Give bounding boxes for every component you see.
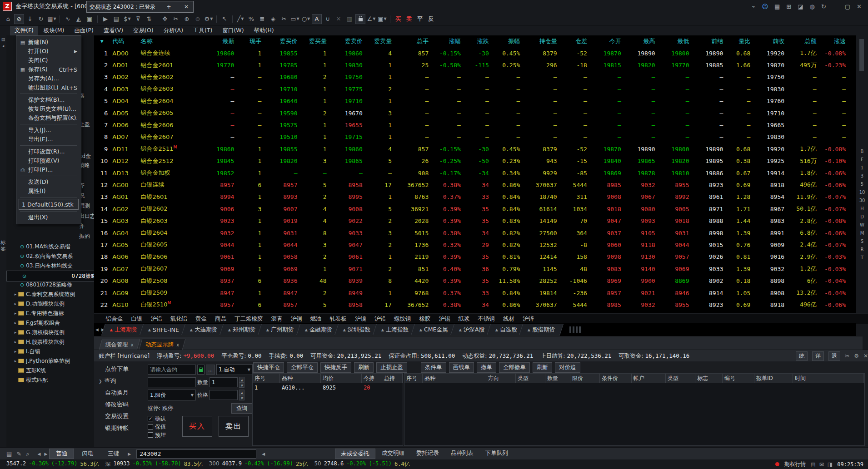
flat-shortcut-button[interactable]: 平	[415, 14, 425, 24]
web-icon[interactable]: ◍	[810, 3, 815, 10]
menu-item[interactable]: 保护文档(B)...	[16, 95, 81, 104]
column-header-sort[interactable]: ▼	[94, 35, 110, 47]
exchange-tab[interactable]: ▲SHFE-INE	[140, 324, 188, 336]
layout-button[interactable]: ▦▼	[47, 14, 57, 24]
menu-item[interactable]: 输出图形(L)Alt+S	[16, 83, 81, 92]
export-button[interactable]: ↓	[25, 14, 35, 24]
menu-item-recent-file[interactable]: 1 Default(150).stk	[19, 199, 79, 210]
account-退-button[interactable]: 退	[828, 351, 840, 361]
sector-item[interactable]: 沪镍	[355, 315, 366, 323]
link-button[interactable]: ⊘	[14, 14, 24, 24]
checkbox-保值[interactable]: 保值	[148, 423, 166, 430]
exchange-tab[interactable]: ▲广州期货	[258, 324, 303, 336]
column-header[interactable]: 类型	[516, 374, 545, 383]
sector-item[interactable]: 线材	[503, 315, 514, 323]
rectangle-button[interactable]: ▭▼	[290, 14, 300, 24]
period-W-button[interactable]: W	[860, 222, 864, 227]
exchange-tab[interactable]: ▲股指期货	[519, 324, 564, 336]
edit-icon[interactable]: ✎	[16, 450, 21, 458]
column-header[interactable]: 数量	[545, 374, 570, 383]
tree-item-fragment[interactable]: 振的	[79, 232, 90, 240]
action-button[interactable]: 画线单	[449, 362, 474, 373]
menu-item[interactable]: 打印预览(V)	[16, 156, 81, 165]
menu-9[interactable]: 帮助(H)	[249, 26, 279, 35]
table-row[interactable]: 19AG07白银26079069190691907128510.40%360.7…	[94, 263, 848, 275]
column-header[interactable]: 代码	[110, 35, 139, 47]
price-stepper[interactable]: ▲▼	[239, 390, 244, 400]
trend-line-button[interactable]: ╱▼	[235, 14, 245, 24]
rail-collapse-icon[interactable]: ◂	[0, 44, 6, 48]
option-feed-label[interactable]: 期权行情	[784, 460, 806, 468]
column-header[interactable]: 量比	[726, 35, 753, 47]
panel-tab[interactable]: 综合管理x	[99, 339, 140, 350]
column-header[interactable]: 持仓量	[523, 35, 559, 47]
close-icon[interactable]: ✕	[863, 353, 868, 359]
menu-item[interactable]: 恢复历史文档(U)...	[16, 104, 81, 114]
menu-item[interactable]: 打印设置(R)...	[16, 147, 81, 156]
menu-1[interactable]: 文件(F)	[10, 26, 38, 35]
column-header[interactable]: 委卖量	[365, 35, 394, 47]
snapshot-button[interactable]: ▣	[85, 14, 95, 24]
table-row[interactable]: 10AD12铝合金251219845119820319865526-0.25%-…	[94, 155, 848, 167]
mode-tab-active[interactable]: 普通	[49, 449, 74, 459]
column-header[interactable]: 振幅	[492, 35, 523, 47]
fund-button[interactable]: $▼	[122, 14, 132, 24]
period-T-button[interactable]: T	[861, 255, 863, 260]
sector-item[interactable]: 商品	[215, 315, 226, 323]
tab-scrollbar[interactable]	[569, 326, 581, 333]
column-header[interactable]: 条件价	[600, 374, 632, 383]
column-header[interactable]: 最低	[658, 35, 692, 47]
period-H-button[interactable]: H	[860, 206, 864, 211]
sector-item[interactable]: 丁二烯橡胶	[234, 315, 263, 323]
table-row[interactable]: 6AD05铝合金2605——195902196703———————————197…	[94, 107, 848, 119]
period-30-button[interactable]: 30	[859, 198, 865, 203]
tree-item[interactable]: ▸H.股票模块范例	[6, 337, 94, 346]
panel-icon[interactable]: ▤	[810, 461, 815, 468]
period-1-button[interactable]: 1	[861, 165, 863, 170]
reverse-shortcut-button[interactable]: 反	[426, 14, 436, 24]
column-header[interactable]: 前结	[692, 35, 726, 47]
mode-tab[interactable]: 闪电	[75, 449, 100, 459]
sector-item[interactable]: 螺纹钢	[394, 315, 411, 323]
period-5-button[interactable]: 5	[861, 182, 863, 187]
column-header[interactable]: 涨速	[819, 35, 848, 47]
action-button[interactable]: 对价追	[555, 362, 580, 373]
table-row[interactable]: 5AD04铝合金2604——196401197101———————————197…	[94, 95, 848, 107]
tree-item[interactable]: ⊙03.日内布林均线交	[6, 261, 94, 270]
tab-prev-arrow[interactable]: ◀	[35, 452, 42, 456]
tree-item[interactable]: ⊙0801(0728策略修	[6, 280, 94, 289]
column-header[interactable]: 名称	[139, 35, 199, 47]
text-label-button[interactable]: A	[312, 14, 322, 24]
menu-item[interactable]: 导入(J)...	[16, 126, 81, 135]
table-row[interactable]: 17AG05白银260590441904439047217360.32%290.…	[94, 239, 848, 251]
table-row[interactable]: 1AG10...892520	[253, 383, 403, 392]
column-header[interactable]: 类型	[666, 374, 695, 383]
exchange-tab-active[interactable]: ▲上海期货	[101, 324, 146, 336]
menu-2[interactable]: 板块(M)	[39, 26, 69, 35]
exchange-tab[interactable]: ▲金融期货	[296, 324, 341, 336]
column-header[interactable]: 委卖价	[329, 35, 365, 47]
sector-item[interactable]: 沥青	[271, 315, 283, 323]
column-header[interactable]: 今持	[362, 374, 382, 383]
menu-item[interactable]: 发送(D)	[16, 178, 81, 187]
lock-icon[interactable]	[197, 365, 205, 375]
pattern-button[interactable]: ▣▼	[377, 14, 387, 24]
column-header[interactable]: 今开	[590, 35, 624, 47]
price-type-select[interactable]: 1.限价▼	[148, 390, 196, 400]
sync-icon[interactable]: ↻	[821, 3, 826, 10]
tree-item[interactable]: ▸E.专用特色指标	[6, 309, 94, 318]
sector-item[interactable]: 沪铜	[291, 315, 302, 323]
sector-item[interactable]: 铝合金	[106, 315, 123, 323]
pointer-button[interactable]: ↖	[219, 14, 229, 24]
menu-item[interactable]: 属性(I)	[16, 187, 81, 196]
action-button[interactable]: 撤单	[477, 362, 496, 373]
table-row[interactable]: 21AG09白银250989471894728949197680.37%330.…	[94, 287, 848, 299]
tree-item-fragment[interactable]: 出日志	[79, 212, 95, 220]
buy-button[interactable]: 买入	[182, 416, 212, 437]
account-详-button[interactable]: 详	[812, 351, 824, 361]
sector-item[interactable]: 白银	[131, 315, 143, 323]
period-3-button[interactable]: 3	[861, 173, 863, 178]
menu-item[interactable]: ⎙打印(P)...	[16, 165, 81, 174]
user-icon[interactable]: ☺	[762, 3, 768, 10]
period-F-button[interactable]: F	[861, 157, 863, 162]
